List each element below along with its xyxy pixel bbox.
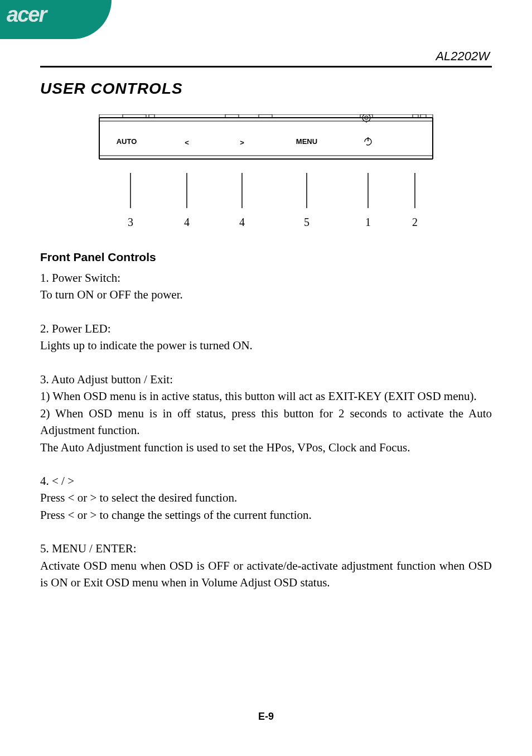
callout-4: 1 — [365, 216, 371, 228]
panel-btn-auto: AUTO — [117, 137, 137, 146]
brand-badge: acer — [0, 0, 112, 50]
section-4-head: 4. < / > — [40, 473, 492, 489]
page-title: USER CONTROLS — [40, 80, 492, 98]
callout-0: 3 — [128, 216, 133, 228]
section-2: 2. Power LED: Lights up to indicate the … — [40, 320, 492, 354]
section-3-head: 3. Auto Adjust button / Exit: — [40, 371, 492, 388]
callout-3: 5 — [304, 216, 309, 228]
section-5: 5. MENU / ENTER: Activate OSD menu when … — [40, 540, 492, 591]
section-3-line-0: 1) When OSD menu is in active status, th… — [40, 388, 492, 405]
section-1-head: 1. Power Switch: — [40, 269, 492, 286]
callout-1: 4 — [184, 216, 190, 228]
front-panel-subhead: Front Panel Controls — [40, 251, 492, 264]
section-5-head: 5. MENU / ENTER: — [40, 540, 492, 557]
panel-btn-menu: MENU — [296, 137, 317, 146]
page-number: E-9 — [0, 711, 532, 723]
section-2-line-0: Lights up to indicate the power is turne… — [40, 337, 492, 354]
section-5-line-0: Activate OSD menu when OSD is OFF or act… — [40, 557, 492, 591]
section-3-line-1: 2) When OSD menu is in off status, press… — [40, 405, 492, 439]
header-rule — [40, 66, 492, 68]
page-content: AL2202W USER CONTROLS AUTO < > MENU — [40, 49, 492, 608]
section-2-head: 2. Power LED: — [40, 320, 492, 337]
section-1: 1. Power Switch: To turn ON or OFF the p… — [40, 269, 492, 304]
gear-icon — [361, 114, 371, 123]
section-3: 3. Auto Adjust button / Exit: 1) When OS… — [40, 371, 492, 456]
front-panel-svg: AUTO < > MENU — [96, 114, 436, 235]
panel-btn-left: < — [185, 138, 189, 147]
model-number: AL2202W — [40, 49, 492, 66]
panel-btn-right: > — [240, 138, 244, 147]
brand-logo-text: acer — [7, 3, 46, 27]
callout-2: 4 — [239, 216, 245, 228]
section-3-line-2: The Auto Adjustment function is used to … — [40, 439, 492, 456]
front-panel-figure: AUTO < > MENU — [96, 114, 436, 235]
section-1-line-0: To turn ON or OFF the power. — [40, 286, 492, 303]
section-4: 4. < / > Press < or > to select the desi… — [40, 473, 492, 523]
power-icon — [364, 137, 373, 146]
callout-5: 2 — [412, 216, 418, 228]
section-4-line-1: Press < or > to change the settings of t… — [40, 507, 492, 523]
section-4-line-0: Press < or > to select the desired funct… — [40, 489, 492, 506]
